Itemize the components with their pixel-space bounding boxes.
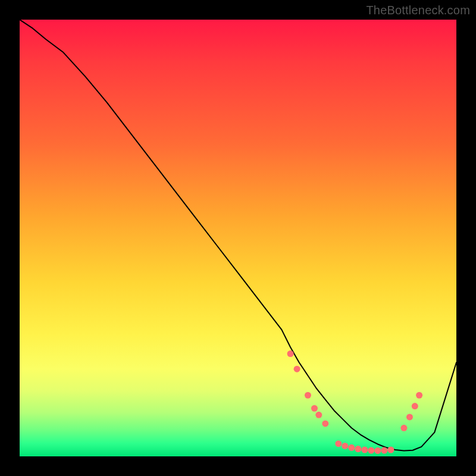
- data-point: [387, 446, 394, 453]
- data-point: [412, 403, 418, 409]
- data-point: [368, 447, 374, 454]
- attribution-text: TheBottleneck.com: [366, 4, 470, 17]
- data-point: [315, 412, 322, 418]
- data-point: [416, 392, 422, 399]
- data-point: [400, 425, 407, 431]
- plot-area: [20, 20, 456, 456]
- data-point: [348, 444, 355, 451]
- curve-dots: [287, 350, 423, 454]
- data-point: [406, 414, 413, 420]
- data-point: [361, 446, 368, 453]
- curve-layer: [20, 20, 456, 456]
- data-point: [322, 420, 328, 427]
- data-point: [294, 366, 300, 372]
- bottleneck-curve: [20, 20, 456, 450]
- data-point: [342, 443, 348, 449]
- chart-stage: TheBottleneck.com: [0, 0, 476, 476]
- data-point: [381, 447, 387, 454]
- data-point: [305, 392, 311, 399]
- data-point: [287, 350, 294, 357]
- data-point: [355, 446, 361, 452]
- data-point: [335, 440, 342, 447]
- data-point: [374, 447, 381, 454]
- data-point: [311, 405, 318, 412]
